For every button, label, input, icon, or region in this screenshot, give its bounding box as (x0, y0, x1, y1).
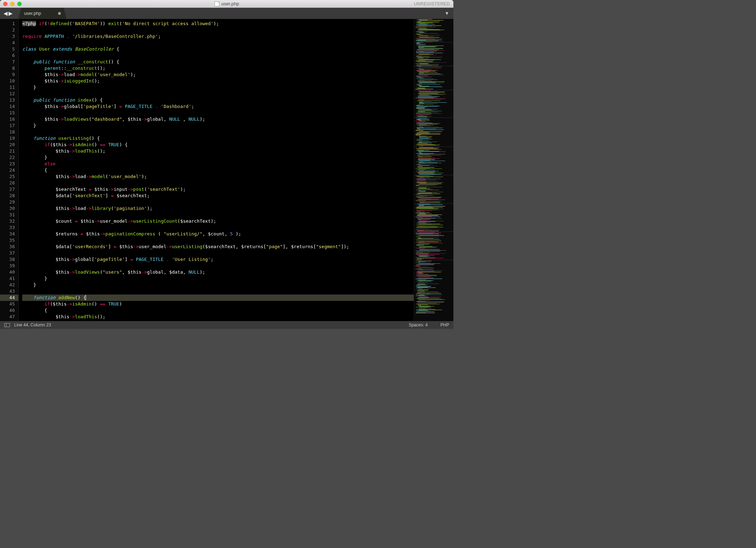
line-number[interactable]: 8 (0, 65, 15, 72)
line-number[interactable]: 7 (0, 59, 15, 65)
code-line[interactable]: <?php if(!defined('BASEPATH')) exit('No … (22, 21, 414, 27)
line-number[interactable]: 17 (0, 122, 15, 129)
code-line[interactable] (22, 224, 414, 231)
line-number[interactable]: 34 (0, 231, 15, 237)
line-number[interactable]: 41 (0, 275, 15, 282)
code-line[interactable]: else (22, 161, 414, 167)
code-line[interactable] (22, 199, 414, 205)
code-line[interactable] (22, 40, 414, 46)
code-line[interactable]: if($this->isAdmin() == TRUE) { (22, 142, 414, 148)
indent-setting[interactable]: Spaces: 4 (409, 322, 428, 327)
code-line[interactable]: $returns = $this->paginationCompress ( "… (22, 231, 414, 237)
code-line[interactable]: $this->loadThis(); (22, 314, 414, 320)
line-number[interactable]: 25 (0, 173, 15, 180)
line-number[interactable]: 14 (0, 103, 15, 110)
tab-user-php[interactable]: user.php (18, 8, 67, 19)
line-number[interactable]: 38 (0, 256, 15, 263)
line-number[interactable]: 15 (0, 110, 15, 116)
line-number[interactable]: 19 (0, 135, 15, 142)
zoom-window-button[interactable] (17, 2, 22, 6)
minimize-window-button[interactable] (10, 2, 15, 6)
code-line[interactable]: $searchText = $this->input->post('search… (22, 186, 414, 193)
line-number[interactable]: 3 (0, 33, 15, 40)
code-line[interactable]: $this->load->model('user_model'); (22, 173, 414, 180)
code-line[interactable] (22, 52, 414, 59)
panel-switcher-icon[interactable] (4, 323, 10, 327)
code-line[interactable]: $this->global['pageTitle'] = PAGE_TITLE … (22, 103, 414, 110)
close-window-button[interactable] (3, 2, 7, 6)
code-line[interactable]: $this->isLoggedIn(); (22, 78, 414, 84)
line-number[interactable]: 12 (0, 91, 15, 97)
code-line[interactable]: $data['userRecords'] = $this->user_model… (22, 244, 414, 250)
line-number[interactable]: 36 (0, 244, 15, 250)
code-line[interactable]: if($this->isAdmin() == TRUE) (22, 301, 414, 307)
code-line[interactable] (22, 129, 414, 135)
code-line[interactable]: $this->load->library('pagination'); (22, 205, 414, 212)
code-line[interactable] (22, 237, 414, 244)
line-number[interactable]: 43 (0, 288, 15, 295)
code-line[interactable]: { (22, 307, 414, 314)
line-number[interactable]: 46 (0, 307, 15, 314)
line-number[interactable]: 37 (0, 250, 15, 256)
code-line[interactable] (22, 263, 414, 269)
line-number[interactable]: 35 (0, 237, 15, 244)
code-line[interactable]: $this->global['pageTitle'] = PAGE_TITLE … (22, 256, 414, 263)
code-line[interactable]: $this->loadViews("users", $this->global,… (22, 269, 414, 275)
line-number[interactable]: 29 (0, 199, 15, 205)
line-number[interactable]: 4 (0, 40, 15, 46)
line-number[interactable]: 16 (0, 116, 15, 122)
nav-forward-icon[interactable]: ▶ (8, 10, 13, 17)
syntax-setting[interactable]: PHP (440, 322, 449, 327)
code-line[interactable]: $this->load->model('user_model'); (22, 72, 414, 78)
minimap[interactable] (414, 19, 453, 321)
code-line[interactable] (22, 91, 414, 97)
line-number[interactable]: 13 (0, 97, 15, 103)
line-number[interactable]: 5 (0, 46, 15, 52)
code-line[interactable]: function userListing() { (22, 135, 414, 142)
line-number[interactable]: 18 (0, 129, 15, 135)
line-number[interactable]: 44 (0, 295, 18, 301)
code-line[interactable]: require APPPATH . '/libraries/BaseContro… (22, 33, 414, 40)
nav-back-icon[interactable]: ◀ (4, 10, 8, 17)
code-line[interactable] (22, 212, 414, 218)
line-number[interactable]: 23 (0, 161, 15, 167)
code-line[interactable]: } (22, 275, 414, 282)
code-line[interactable]: } (22, 122, 414, 129)
code-line[interactable]: class User extends BaseController { (22, 46, 414, 52)
line-number[interactable]: 20 (0, 142, 15, 148)
code-line[interactable]: function addNew() { (22, 295, 414, 301)
line-number[interactable]: 2 (0, 27, 15, 33)
line-number[interactable]: 28 (0, 193, 15, 199)
line-number[interactable]: 11 (0, 84, 15, 91)
line-number[interactable]: 10 (0, 78, 15, 84)
line-number[interactable]: 9 (0, 72, 15, 78)
line-number[interactable]: 6 (0, 52, 15, 59)
line-number[interactable]: 40 (0, 269, 15, 275)
line-number[interactable]: 32 (0, 218, 15, 224)
line-number[interactable]: 47 (0, 314, 15, 320)
code-line[interactable]: } (22, 84, 414, 91)
code-line[interactable]: public function index() { (22, 97, 414, 103)
tab-overflow[interactable]: ▼ (445, 8, 453, 19)
code-line[interactable]: $data['searchText'] = $searchText; (22, 193, 414, 199)
line-number[interactable]: 26 (0, 180, 15, 186)
line-number[interactable]: 24 (0, 167, 15, 173)
line-number[interactable]: 27 (0, 186, 15, 193)
code-line[interactable]: { (22, 167, 414, 173)
line-number[interactable]: 39 (0, 263, 15, 269)
line-number[interactable]: 1 (0, 21, 15, 27)
code-line[interactable] (22, 288, 414, 295)
code-line[interactable]: $this->loadThis(); (22, 148, 414, 154)
code-line[interactable]: } (22, 154, 414, 161)
code-line[interactable] (22, 250, 414, 256)
code-line[interactable] (22, 110, 414, 116)
code-line[interactable] (22, 27, 414, 33)
line-number[interactable]: 22 (0, 154, 15, 161)
code-line[interactable]: $this->loadViews("dashboard", $this->glo… (22, 116, 414, 122)
line-number[interactable]: 45 (0, 301, 15, 307)
cursor-position[interactable]: Line 44, Column 23 (14, 322, 51, 327)
code-area[interactable]: <?php if(!defined('BASEPATH')) exit('No … (19, 19, 414, 321)
line-number[interactable]: 42 (0, 282, 15, 288)
code-line[interactable] (22, 180, 414, 186)
code-line[interactable]: public function __construct() { (22, 59, 414, 65)
